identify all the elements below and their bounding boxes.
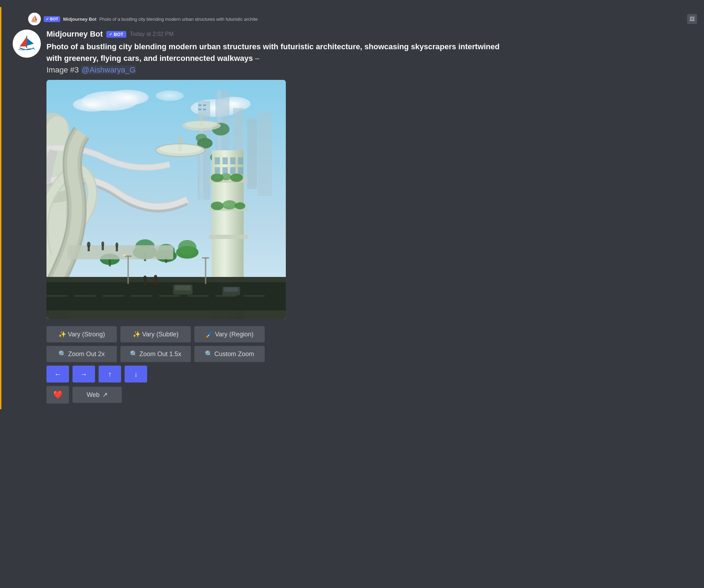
- notification-image-icon: 🖼: [687, 14, 697, 24]
- heart-button[interactable]: ❤️: [46, 386, 69, 404]
- message-text-bold: Photo of a bustling city blending modern…: [46, 42, 499, 63]
- svg-rect-91: [205, 258, 206, 284]
- svg-rect-87: [155, 279, 157, 285]
- arrow-left-button[interactable]: ←: [46, 366, 69, 382]
- svg-rect-17: [203, 109, 206, 110]
- svg-point-62: [185, 121, 218, 128]
- arrow-right-button[interactable]: →: [73, 366, 95, 382]
- mention: @Aishwarya_G: [81, 65, 136, 74]
- svg-point-45: [211, 202, 224, 210]
- avatar-container: [13, 30, 41, 404]
- left-accent: [0, 7, 1, 409]
- svg-rect-77: [187, 295, 208, 297]
- message-body: Midjourney Bot ✓ BOT Today at 2:02 PM Ph…: [13, 30, 697, 404]
- zoom-out-1-5x-button[interactable]: 🔍 Zoom Out 1.5x: [120, 346, 191, 362]
- vary-subtle-button[interactable]: ✨ Vary (Subtle): [120, 326, 191, 342]
- message-header: Midjourney Bot ✓ BOT Today at 2:02 PM: [46, 30, 504, 39]
- button-row-arrows: ← → ↑ ↓: [46, 366, 504, 382]
- web-button[interactable]: Web ↗: [73, 387, 122, 403]
- arrow-up-button[interactable]: ↑: [99, 366, 121, 382]
- svg-rect-41: [209, 235, 248, 239]
- svg-rect-51: [238, 157, 243, 164]
- svg-rect-81: [175, 285, 191, 290]
- svg-rect-92: [202, 257, 209, 259]
- svg-point-46: [222, 200, 237, 209]
- button-row-vary: ✨ Vary (Strong) ✨ Vary (Subtle) 🖌️ Vary …: [46, 326, 504, 342]
- svg-rect-53: [222, 167, 228, 174]
- svg-rect-79: [244, 295, 265, 297]
- custom-zoom-button[interactable]: 🔍 Custom Zoom: [194, 346, 265, 362]
- svg-rect-35: [109, 259, 111, 266]
- image-label: Image #3: [46, 65, 79, 74]
- generated-image: [46, 80, 286, 319]
- bot-badge-small: ✓ BOT: [44, 16, 60, 22]
- svg-point-90: [123, 254, 126, 256]
- notification-bot-name: Midjourney Bot: [63, 17, 96, 22]
- svg-point-7: [106, 90, 149, 105]
- arrow-down-button[interactable]: ↓: [125, 366, 147, 382]
- message-text: Photo of a bustling city blending modern…: [46, 41, 504, 76]
- svg-rect-85: [144, 280, 146, 285]
- image-container: [46, 80, 504, 319]
- notification-preview: Photo of a bustling city blending modern…: [99, 17, 258, 22]
- external-link-icon: ↗: [102, 391, 108, 399]
- bot-badge: ✓ BOT: [106, 31, 126, 38]
- svg-rect-67: [102, 245, 104, 250]
- button-row-zoom: 🔍 Zoom Out 2x 🔍 Zoom Out 1.5x 🔍 Custom Z…: [46, 346, 504, 362]
- svg-rect-14: [199, 105, 201, 106]
- svg-rect-88: [127, 256, 129, 284]
- svg-rect-22: [258, 112, 272, 196]
- svg-rect-83: [224, 287, 238, 292]
- svg-point-44: [230, 173, 243, 182]
- svg-point-37: [178, 240, 196, 255]
- check-icon: ✓: [109, 32, 112, 37]
- svg-point-24: [196, 134, 207, 142]
- message-container: ⛵ ✓ BOT Midjourney Bot Photo of a bustli…: [0, 7, 704, 409]
- svg-rect-75: [131, 295, 152, 297]
- username: Midjourney Bot: [46, 30, 103, 39]
- svg-rect-49: [222, 157, 228, 164]
- svg-point-47: [235, 202, 245, 209]
- vary-region-button[interactable]: 🖌️ Vary (Region): [194, 326, 265, 342]
- svg-rect-52: [215, 167, 220, 174]
- buttons-area: ✨ Vary (Strong) ✨ Vary (Subtle) 🖌️ Vary …: [46, 326, 504, 404]
- svg-rect-48: [215, 157, 220, 164]
- svg-point-59: [159, 144, 201, 153]
- svg-rect-15: [203, 105, 206, 106]
- avatar: [13, 30, 41, 58]
- svg-rect-73: [75, 295, 96, 297]
- vary-strong-button[interactable]: ✨ Vary (Strong): [46, 326, 117, 342]
- svg-rect-72: [46, 295, 68, 297]
- svg-point-8: [73, 97, 112, 112]
- svg-rect-63: [68, 245, 173, 259]
- svg-rect-55: [238, 167, 243, 174]
- avatar-small: ⛵: [28, 13, 41, 25]
- zoom-out-2x-button[interactable]: 🔍 Zoom Out 2x: [46, 346, 117, 362]
- svg-point-11: [156, 90, 184, 101]
- svg-rect-78: [215, 295, 237, 297]
- svg-rect-76: [159, 295, 180, 297]
- svg-rect-74: [103, 295, 124, 297]
- svg-rect-65: [88, 246, 90, 251]
- timestamp: Today at 2:02 PM: [130, 31, 174, 37]
- button-row-misc: ❤️ Web ↗: [46, 386, 504, 404]
- svg-rect-69: [116, 246, 118, 251]
- svg-rect-21: [247, 119, 257, 189]
- svg-rect-50: [230, 157, 235, 164]
- svg-rect-54: [230, 167, 235, 174]
- svg-rect-16: [199, 109, 201, 110]
- notification-bar: ⛵ ✓ BOT Midjourney Bot Photo of a bustli…: [7, 13, 697, 25]
- message-content: Midjourney Bot ✓ BOT Today at 2:02 PM Ph…: [46, 30, 504, 404]
